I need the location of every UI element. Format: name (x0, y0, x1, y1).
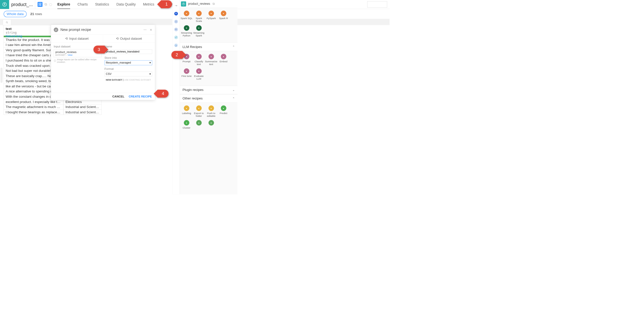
tab-explore[interactable]: Explore (57, 0, 70, 9)
chevron-down-icon: ▾ (149, 72, 151, 76)
chevron-down-icon: ▾ (149, 61, 151, 64)
recipe-spark-scala[interactable]: ●Spark Scala (193, 11, 205, 22)
info-icon[interactable]: i (174, 20, 178, 24)
cancel-button[interactable]: CANCEL (112, 95, 125, 98)
chevron-up-icon: ⌃ (232, 45, 235, 48)
output-name-input[interactable] (104, 49, 152, 54)
format-label: Format (104, 67, 152, 71)
callout-1: 1 (161, 0, 172, 8)
search-icon[interactable] (3, 19, 11, 25)
copy-icon[interactable]: ⧉ (45, 2, 47, 6)
list-icon[interactable]: ≡ (174, 28, 178, 31)
close-icon[interactable]: ✕ (150, 28, 152, 32)
minimize-icon[interactable]: — (144, 28, 147, 32)
info-icon: ⓘ (54, 59, 56, 62)
check-icon[interactable]: ✓ (174, 36, 178, 39)
section-plugin-recipes[interactable]: Plugin recipes⌄ (180, 86, 237, 94)
tab-data-quality[interactable]: Data Quality (116, 0, 136, 9)
recipe-evaluate-llm[interactable]: ●Evaluate LLM (193, 68, 205, 80)
input-dataset-header: ⟲ Input dataset (51, 35, 103, 42)
app-logo[interactable] (0, 0, 9, 9)
section-llm-recipes[interactable]: LLM Recipes⌃ (180, 42, 237, 51)
recipe-pyspark[interactable]: ●PySpark (205, 11, 217, 22)
tab-metrics[interactable]: Metrics (143, 0, 154, 9)
store-select[interactable]: filesystem_managed▾ (104, 60, 152, 65)
modal-title: New prompt recipe (60, 28, 91, 32)
recipe-[interactable]: ● (205, 120, 217, 129)
output-arrow-icon: ⟲ (116, 37, 119, 41)
code-recipes: ●Spark SQL●Spark Scala●PySpark●Spark R●S… (180, 8, 237, 42)
format-select[interactable]: CSV▾ (104, 72, 152, 76)
recipe-spark-sql[interactable]: ●Spark SQL (180, 11, 193, 22)
history-icon[interactable]: ◷ (174, 43, 178, 47)
panel-title: product_reviews (188, 2, 210, 6)
right-panel: product_reviews ⧉ ●Spark SQL●Spark Scala… (180, 0, 237, 194)
prompt-icon: aI (54, 27, 58, 32)
recipe-export-to-folder[interactable]: ●Export to folder (193, 105, 205, 117)
recipe-embed[interactable]: ●Embed (217, 54, 230, 66)
callout-2: 2 (171, 51, 182, 59)
table-cell[interactable]: Industrial and Scientific (63, 104, 101, 110)
recipe-cluster[interactable]: ●Cluster (180, 120, 193, 129)
llm-recipes: ●Prompt●Classify text●Summarize text●Emb… (180, 51, 237, 86)
dataset-icon (181, 1, 186, 7)
new-prompt-recipe-modal: aI New prompt recipe — ✕ ⟲ Input dataset… (51, 25, 155, 100)
callout-3: 3 (93, 46, 104, 54)
copy-icon[interactable]: ⧉ (213, 2, 215, 6)
add-icon[interactable]: + (174, 12, 178, 16)
other-recipes: ●Labeling●Export to folder●Push to edita… (180, 103, 237, 135)
name-label: Name (104, 45, 152, 48)
sample-pill[interactable]: Whole data (4, 11, 27, 17)
view-link[interactable]: View (68, 54, 73, 56)
table-cell[interactable]: Industrial and Scientific (63, 110, 101, 115)
refresh-icon[interactable]: ◌ (49, 2, 52, 6)
expand-arrow-icon[interactable]: → (174, 3, 178, 8)
gdpr-badge[interactable]: GD PR (37, 2, 42, 7)
recipe-[interactable]: ● (193, 120, 205, 129)
dataset-title[interactable]: product_... (9, 0, 35, 9)
recipe-fine-tune[interactable]: ●Fine tune (180, 68, 193, 80)
actions-button[interactable]: ACTIONS (367, 1, 387, 8)
svg-point-1 (6, 22, 8, 23)
table-row[interactable]: The magnetic attachment is much more con… (4, 104, 64, 110)
row-count: 21 rows (30, 12, 42, 16)
section-other-recipes[interactable]: Other recipes⌃ (180, 94, 237, 103)
dataset-mode-toggle[interactable]: NEW DATASET | USE EXISTING DATASET (104, 78, 152, 81)
recipe-predict[interactable]: ●Predict (217, 105, 230, 117)
tab-charts[interactable]: Charts (77, 0, 88, 9)
recipe-streaming-spark[interactable]: ●Streaming Spark (193, 25, 205, 37)
recipe-streaming-python[interactable]: ●Streaming Python (180, 25, 193, 37)
chevron-up-icon: ⌃ (232, 97, 235, 100)
image-inputs-hint: ⓘ Image inputs can be added after recipe… (54, 58, 102, 64)
table-row[interactable]: I bought these bearings as replacements … (4, 110, 64, 115)
recipe-spark-r[interactable]: ●Spark R (217, 11, 230, 22)
recipe-push-to-editable[interactable]: ●Push to editable (205, 105, 217, 117)
side-icon-strip: → + i ≡ ✓ ◷ ◎ (172, 0, 180, 194)
output-dataset-header: ⟲ Output dataset (103, 35, 155, 42)
recipe-summarize-text[interactable]: ●Summarize text (205, 54, 217, 66)
tab-statistics[interactable]: Statistics (95, 0, 109, 9)
chevron-down-icon: ⌄ (232, 88, 235, 92)
callout-4: 4 (157, 90, 169, 97)
scroll-handle[interactable] (1, 68, 3, 83)
recipe-classify-text[interactable]: ●Classify text (193, 54, 205, 66)
input-arrow-icon: ⟲ (65, 37, 68, 41)
store-label: Store into (104, 56, 152, 59)
create-recipe-button[interactable]: CREATE RECIPE (129, 95, 152, 98)
recipe-labeling[interactable]: ●Labeling (180, 105, 193, 117)
